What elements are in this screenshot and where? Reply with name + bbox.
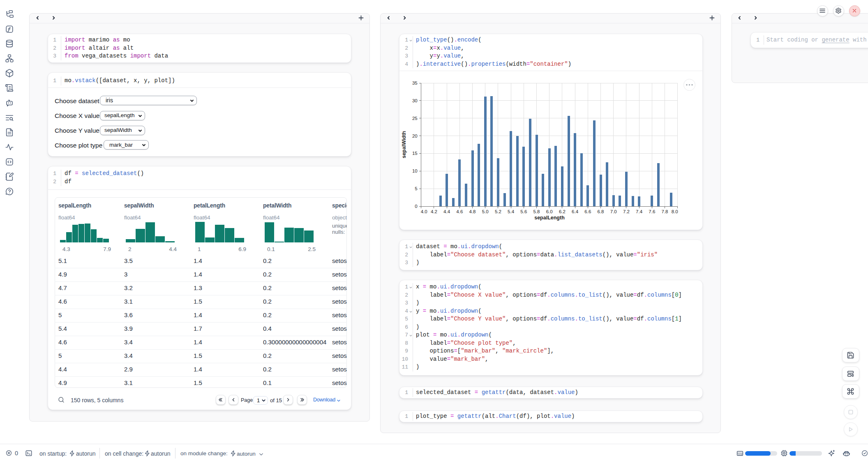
svg-text:7.8: 7.8: [662, 209, 668, 214]
svg-text:4.8: 4.8: [469, 209, 476, 214]
svg-text:6.8: 6.8: [598, 209, 604, 214]
svg-text:6.0: 6.0: [546, 209, 553, 214]
svg-text:0: 0: [415, 204, 417, 209]
svg-text:8.0: 8.0: [672, 209, 678, 214]
svg-text:5: 5: [415, 186, 417, 191]
svg-text:6.2: 6.2: [559, 209, 566, 214]
svg-text:5.6: 5.6: [520, 209, 527, 214]
svg-text:35: 35: [412, 81, 418, 85]
svg-text:7.2: 7.2: [623, 209, 630, 214]
svg-text:20: 20: [412, 134, 418, 138]
svg-text:6.6: 6.6: [584, 209, 591, 214]
svg-text:5.2: 5.2: [495, 209, 501, 214]
svg-text:4.4: 4.4: [443, 209, 450, 214]
svg-text:sepalLength: sepalLength: [534, 215, 565, 221]
svg-text:6.4: 6.4: [572, 209, 579, 214]
svg-text:5.4: 5.4: [508, 209, 515, 214]
svg-text:sepalWidth: sepalWidth: [401, 131, 407, 159]
svg-text:5.8: 5.8: [533, 209, 540, 214]
svg-text:30: 30: [412, 98, 418, 103]
svg-text:4.6: 4.6: [456, 209, 463, 214]
svg-text:7.4: 7.4: [636, 209, 643, 214]
svg-text:7.0: 7.0: [610, 209, 617, 214]
svg-text:4.0: 4.0: [421, 209, 427, 214]
svg-text:25: 25: [412, 116, 418, 121]
svg-text:5.0: 5.0: [482, 209, 489, 214]
svg-text:15: 15: [412, 151, 418, 156]
svg-text:7.6: 7.6: [649, 209, 655, 214]
svg-text:10: 10: [412, 168, 418, 173]
svg-text:4.2: 4.2: [431, 209, 437, 214]
